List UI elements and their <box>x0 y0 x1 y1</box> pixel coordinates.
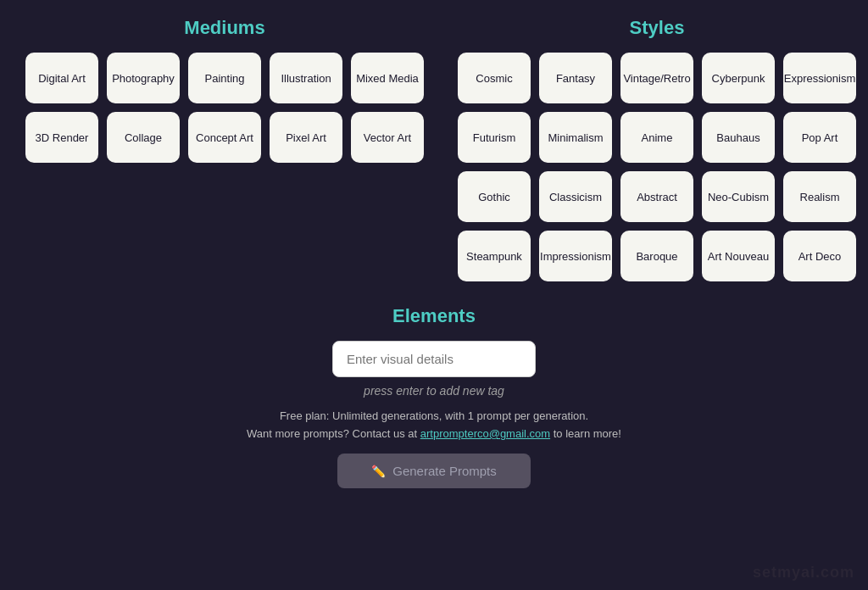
style-btn[interactable]: Bauhaus <box>702 112 775 163</box>
sections-row: Mediums Digital ArtPhotographyPaintingIl… <box>25 17 843 281</box>
medium-btn[interactable]: Pixel Art <box>270 112 342 163</box>
mediums-grid: Digital ArtPhotographyPaintingIllustrati… <box>25 53 424 163</box>
style-btn[interactable]: Pop Art <box>783 112 856 163</box>
style-btn[interactable]: Expressionism <box>783 53 856 103</box>
medium-btn[interactable]: Illustration <box>270 53 342 103</box>
generate-button[interactable]: ✏️ Generate Prompts <box>337 454 531 488</box>
want-more-suffix: to learn more! <box>554 427 621 440</box>
styles-title: Styles <box>630 17 685 39</box>
style-btn[interactable]: Futurism <box>458 112 531 163</box>
elements-section: Elements press enter to add new tag Free… <box>25 305 843 488</box>
generate-label: Generate Prompts <box>392 464 497 478</box>
style-btn[interactable]: Gothic <box>458 171 531 222</box>
want-more-text: Want more prompts? Contact us at artprom… <box>247 427 621 440</box>
free-plan-text: Free plan: Unlimited generations, with 1… <box>280 409 588 422</box>
style-btn[interactable]: Cyberpunk <box>702 53 775 103</box>
medium-btn[interactable]: Mixed Media <box>351 53 424 103</box>
styles-grid: CosmicFantasyVintage/RetroCyberpunkExpre… <box>458 53 856 281</box>
style-btn[interactable]: Anime <box>620 112 693 163</box>
style-btn[interactable]: Impressionism <box>539 231 612 281</box>
medium-btn[interactable]: Vector Art <box>351 112 424 163</box>
style-btn[interactable]: Art Deco <box>783 231 856 281</box>
elements-input[interactable] <box>332 341 536 377</box>
style-btn[interactable]: Classicism <box>539 171 612 222</box>
mediums-title: Mediums <box>184 17 264 39</box>
medium-btn[interactable]: Photography <box>107 53 180 103</box>
style-btn[interactable]: Vintage/Retro <box>620 53 693 103</box>
watermark: setmyai.com <box>753 564 854 582</box>
main-container: Mediums Digital ArtPhotographyPaintingIl… <box>0 0 868 505</box>
style-btn[interactable]: Fantasy <box>539 53 612 103</box>
style-btn[interactable]: Art Nouveau <box>702 231 775 281</box>
medium-btn[interactable]: 3D Render <box>25 112 98 163</box>
want-more-prefix: Want more prompts? Contact us at <box>247 427 420 440</box>
style-btn[interactable]: Minimalism <box>539 112 612 163</box>
medium-btn[interactable]: Digital Art <box>25 53 98 103</box>
medium-btn[interactable]: Collage <box>107 112 180 163</box>
style-btn[interactable]: Neo-Cubism <box>702 171 775 222</box>
medium-btn[interactable]: Concept Art <box>188 112 261 163</box>
styles-section: Styles CosmicFantasyVintage/RetroCyberpu… <box>458 17 856 281</box>
style-btn[interactable]: Steampunk <box>458 231 531 281</box>
style-btn[interactable]: Cosmic <box>458 53 531 103</box>
medium-btn[interactable]: Painting <box>188 53 261 103</box>
style-btn[interactable]: Realism <box>783 171 856 222</box>
style-btn[interactable]: Baroque <box>620 231 693 281</box>
style-btn[interactable]: Abstract <box>620 171 693 222</box>
press-enter-hint: press enter to add new tag <box>364 384 504 398</box>
elements-title: Elements <box>392 305 476 327</box>
pencil-icon: ✏️ <box>371 465 386 478</box>
contact-email-link[interactable]: artprompterco@gmail.com <box>420 427 550 440</box>
mediums-section: Mediums Digital ArtPhotographyPaintingIl… <box>25 17 424 281</box>
